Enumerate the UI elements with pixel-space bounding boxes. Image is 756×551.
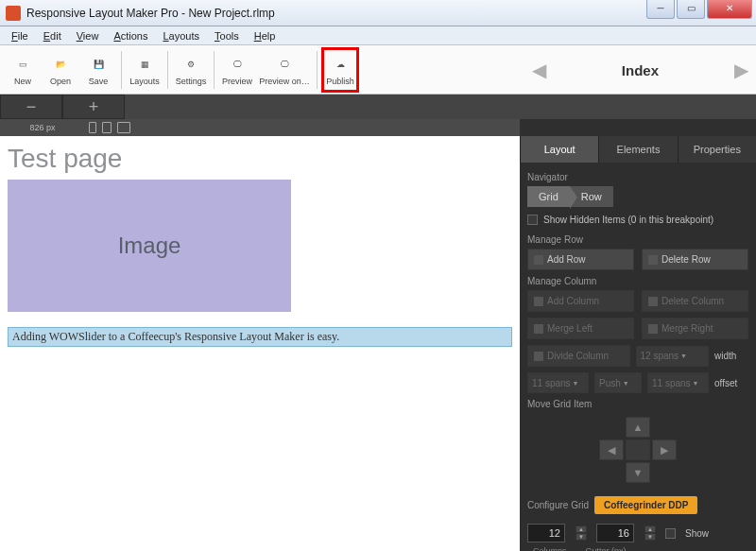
- merge-right-button[interactable]: Merge Right: [642, 318, 748, 339]
- breakpoint-bar: − +: [0, 95, 756, 119]
- move-up[interactable]: ▲: [626, 417, 650, 438]
- manage-column-label: Manage Column: [527, 276, 748, 286]
- offset-left-spans[interactable]: 11 spans▼: [527, 372, 589, 393]
- move-left[interactable]: ◀: [599, 439, 624, 460]
- move-down[interactable]: ▼: [626, 462, 650, 483]
- preview-on-button[interactable]: 🖵Preview on…: [256, 47, 313, 93]
- columns-sublabel: Columns: [533, 546, 567, 551]
- width-readout: 826 px: [0, 123, 85, 132]
- show-hidden-row[interactable]: Show Hidden Items (0 in this breakpoint): [527, 215, 748, 225]
- x-icon: [648, 255, 658, 265]
- show-grid-checkbox[interactable]: [665, 528, 676, 539]
- layouts-button[interactable]: ▦Layouts: [126, 47, 163, 93]
- settings-button[interactable]: ⚙Settings: [172, 47, 210, 93]
- open-icon: 📂: [50, 54, 71, 75]
- close-button[interactable]: ✕: [707, 0, 752, 19]
- columns-input[interactable]: [527, 524, 565, 542]
- preview-button[interactable]: 🖵Preview: [218, 47, 256, 93]
- new-icon: ▭: [12, 54, 33, 75]
- layouts-icon: ▦: [134, 54, 155, 75]
- save-icon: 💾: [88, 54, 109, 75]
- prev-page-arrow[interactable]: ◀: [532, 59, 546, 81]
- menu-bar: File Edit View Actions Layouts Tools Hel…: [0, 26, 756, 45]
- show-hidden-checkbox[interactable]: [527, 215, 538, 225]
- navigator-breadcrumb: Grid Row: [527, 186, 748, 207]
- gear-icon: ⚙: [180, 54, 201, 75]
- width-label: width: [714, 351, 748, 361]
- main-area: Test page Image Adding WOWSlider to a Co…: [0, 136, 756, 551]
- page-name: Index: [622, 62, 659, 78]
- next-page-arrow[interactable]: ▶: [734, 59, 748, 81]
- gutter-spinner[interactable]: ▲▼: [644, 525, 656, 541]
- menu-actions[interactable]: Actions: [106, 28, 155, 43]
- grid-preset-button[interactable]: Coffeegrinder DDP: [594, 496, 697, 514]
- remove-breakpoint[interactable]: −: [0, 95, 62, 119]
- panel-body: Navigator Grid Row Show Hidden Items (0 …: [520, 163, 756, 551]
- tablet-icon[interactable]: [102, 122, 112, 133]
- show-hidden-label: Show Hidden Items (0 in this breakpoint): [543, 215, 713, 225]
- toolbar: ▭New 📂Open 💾Save ▦Layouts ⚙Settings 🖵Pre…: [0, 45, 756, 95]
- show-grid-label: Show: [685, 528, 709, 539]
- menu-view[interactable]: View: [69, 28, 107, 43]
- divide-column-button[interactable]: Divide Column: [527, 345, 630, 367]
- menu-edit[interactable]: Edit: [36, 28, 69, 43]
- configure-grid-label: Configure Grid: [527, 500, 589, 510]
- merge-left-button[interactable]: Merge Left: [527, 318, 634, 339]
- device-icons: [89, 122, 130, 133]
- move-center: [626, 439, 650, 460]
- monitor-icon: 🖵: [227, 54, 248, 75]
- move-right[interactable]: ▶: [652, 439, 677, 460]
- columns-spinner[interactable]: ▲▼: [576, 525, 587, 541]
- move-grid-label: Move Grid Item: [527, 399, 748, 409]
- plus-icon: [534, 255, 543, 265]
- publish-button[interactable]: ☁Publish: [321, 47, 359, 93]
- canvas[interactable]: Test page Image Adding WOWSlider to a Co…: [0, 136, 520, 551]
- menu-file[interactable]: File: [4, 28, 36, 43]
- menu-tools[interactable]: Tools: [207, 28, 247, 43]
- width-spans[interactable]: 12 spans▼: [636, 346, 710, 367]
- page-title[interactable]: Test page: [8, 144, 512, 174]
- image-placeholder[interactable]: Image: [8, 180, 291, 312]
- add-row-button[interactable]: Add Row: [527, 249, 634, 270]
- inspector-panel: Layout Elements Properties Navigator Gri…: [520, 136, 756, 551]
- manage-row-label: Manage Row: [527, 234, 748, 245]
- desktop-icon[interactable]: [117, 122, 130, 133]
- offset-right-spans[interactable]: 11 spans▼: [647, 372, 709, 393]
- move-grid-dpad: ▲ ◀ ▶ ▼: [595, 417, 680, 483]
- title-bar: Responsive Layout Maker Pro - New Projec…: [0, 0, 756, 26]
- menu-help[interactable]: Help: [247, 28, 284, 43]
- width-bar: 826 px: [0, 119, 756, 136]
- offset-label: offset: [714, 378, 748, 388]
- gutter-sublabel: Gutter (px): [586, 546, 627, 551]
- push-select[interactable]: Push▼: [594, 372, 642, 393]
- window-controls: ─ ▭ ✕: [646, 0, 752, 19]
- menu-layouts[interactable]: Layouts: [155, 28, 207, 43]
- new-button[interactable]: ▭New: [4, 47, 42, 93]
- tab-layout[interactable]: Layout: [520, 136, 598, 163]
- delete-row-button[interactable]: Delete Row: [642, 249, 748, 270]
- selected-text-row[interactable]: Adding WOWSlider to a Coffeecup's Respon…: [8, 327, 512, 347]
- phone-icon[interactable]: [89, 122, 96, 133]
- cloud-up-icon: ☁: [330, 54, 351, 75]
- delete-column-button[interactable]: Delete Column: [642, 290, 748, 312]
- add-column-button[interactable]: Add Column: [527, 290, 634, 312]
- tab-elements[interactable]: Elements: [598, 136, 677, 163]
- gutter-input[interactable]: [596, 524, 634, 542]
- crumb-grid[interactable]: Grid: [527, 186, 570, 207]
- window-title: Responsive Layout Maker Pro - New Projec…: [26, 7, 275, 20]
- maximize-button[interactable]: ▭: [677, 0, 705, 19]
- minimize-button[interactable]: ─: [646, 0, 675, 19]
- open-button[interactable]: 📂Open: [42, 47, 79, 93]
- app-icon: [6, 6, 21, 21]
- add-breakpoint[interactable]: +: [62, 95, 125, 119]
- devices-icon: 🖵: [274, 54, 295, 75]
- navigator-label: Navigator: [527, 172, 748, 182]
- save-button[interactable]: 💾Save: [79, 47, 117, 93]
- tab-properties[interactable]: Properties: [678, 136, 756, 163]
- panel-tabs: Layout Elements Properties: [520, 136, 756, 163]
